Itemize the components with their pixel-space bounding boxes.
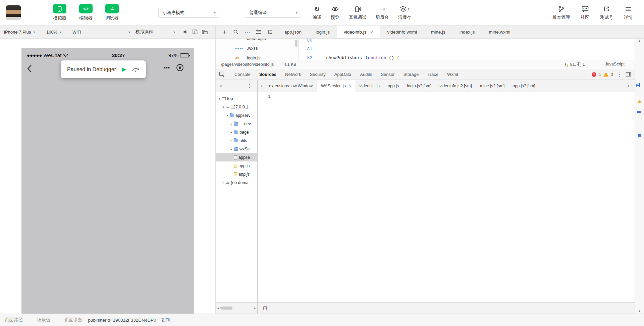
error-count[interactable]: 1 <box>599 72 601 77</box>
error-icon[interactable]: × <box>592 72 596 77</box>
window-scrollbar[interactable]: ▲ ▶ ▼ <box>635 39 644 314</box>
resume-script-icon[interactable]: ▶ <box>122 66 126 72</box>
back-chevron-icon[interactable] <box>27 64 32 73</box>
tree-item-wxss[interactable]: wxss .wxss <box>216 43 298 53</box>
expand-panel-icon[interactable]: » <box>220 83 222 89</box>
tree-item-pages-folder[interactable]: ▸ page <box>216 128 257 136</box>
orientation-icon[interactable] <box>200 27 209 37</box>
code-editor[interactable]: 80 81 82 showPublisher: function () { <box>299 39 635 60</box>
tree-item-app-js-deployed[interactable]: app.js <box>216 170 257 178</box>
tab-console[interactable]: Console <box>230 69 255 80</box>
close-tab-icon[interactable]: × <box>370 30 373 35</box>
tab-app-json[interactable]: app.json <box>277 26 309 38</box>
srctab-waservice[interactable]: WAService.js × <box>317 80 355 92</box>
scroll-right-icon[interactable]: ▸ <box>254 306 256 310</box>
page-path-label[interactable]: 页面路径 <box>5 317 23 323</box>
tab-appdata[interactable]: AppData <box>330 69 356 80</box>
tree-item-utils-folder[interactable]: ▸ utils <box>216 136 257 145</box>
tree-item-wxservice-folder[interactable]: ▸ wxSe <box>216 145 257 153</box>
pretty-print-icon[interactable]: {} <box>262 306 268 311</box>
remote-debug-button[interactable]: 真机调试 <box>349 5 366 20</box>
tab-login-js[interactable]: login.js <box>309 26 337 38</box>
scroll-left-icon[interactable]: ◂ <box>217 306 219 310</box>
tree-item-appservice-file[interactable]: appse <box>216 153 257 161</box>
tree-expand-icon[interactable]: ▸ <box>229 131 234 134</box>
tree-expand-icon[interactable]: ▸ <box>229 139 234 142</box>
scene-value-label[interactable]: 场景值 <box>37 317 51 323</box>
tree-scrollbar-thumb[interactable] <box>295 40 298 47</box>
new-file-icon[interactable]: + <box>220 28 228 36</box>
tree-item-appservice-folder[interactable]: ▾ appserv <box>216 111 257 120</box>
debugger-mode-button[interactable]: 调试器 <box>105 4 119 21</box>
tab-sources[interactable]: Sources <box>255 69 281 80</box>
language-label[interactable]: JavaScript <box>605 62 625 67</box>
tree-expand-icon[interactable]: ▾ <box>221 105 226 109</box>
tab-mine-js[interactable]: mine.js <box>424 26 452 38</box>
tree-expand-icon[interactable]: ▸ <box>229 122 234 126</box>
search-icon[interactable] <box>232 28 240 36</box>
device-select[interactable]: iPhone 7 Plus ▾ <box>4 30 42 35</box>
devtools-source-view[interactable] <box>274 92 635 302</box>
network-select[interactable]: WiFi ▾ <box>72 30 130 35</box>
tree-expand-icon[interactable]: ▸ <box>221 181 226 184</box>
compile-select[interactable]: 普通编译 ▾ <box>245 8 301 18</box>
user-avatar[interactable] <box>6 5 21 20</box>
version-control-button[interactable]: 版本管理 <box>552 5 570 20</box>
simulate-operation-select[interactable]: 模拟操作 ▾ <box>136 29 175 35</box>
community-button[interactable]: 社区 <box>581 5 589 20</box>
tree-item-login-js[interactable]: JS login.js <box>216 53 298 60</box>
srctab-login-js-sm[interactable]: login.js? [sm] <box>403 80 435 92</box>
screenshot-icon[interactable] <box>191 27 200 37</box>
simulator-mode-button[interactable]: 模拟器 <box>53 4 66 21</box>
srctab-videoutil[interactable]: videoUtil.js <box>355 80 383 92</box>
scroll-tabs-right-icon[interactable]: ▸ <box>625 84 633 88</box>
tab-security[interactable]: Security <box>306 69 330 80</box>
split-editor-icon[interactable] <box>266 28 274 36</box>
tree-item-top[interactable]: ▾ top <box>216 94 257 103</box>
capsule-menu-icon[interactable]: ••• <box>164 65 170 71</box>
close-tab-icon[interactable]: × <box>348 83 351 88</box>
tree-item-app-js[interactable]: app.js <box>216 161 257 170</box>
srctab-videoinfo-js-sm[interactable]: videoinfo.js? [sm] <box>435 80 476 92</box>
srctab-mine-js-sm[interactable]: mine.js? [sm] <box>476 80 509 92</box>
tree-expand-icon[interactable]: ▾ <box>217 97 222 100</box>
tab-wxml[interactable]: Wxml <box>443 69 463 80</box>
mode-select[interactable]: 小程序模式 ▾ <box>158 8 219 18</box>
tree-expand-icon[interactable]: ▾ <box>225 114 230 117</box>
copy-link[interactable]: 复制 <box>161 317 170 323</box>
tab-index-js[interactable]: index.js <box>452 26 482 38</box>
scroll-up-icon[interactable]: ▲ <box>635 39 644 43</box>
tab-trace[interactable]: Trace <box>423 69 443 80</box>
warning-count[interactable]: 3 <box>611 72 613 77</box>
tab-mine-wxml[interactable]: mine.wxml <box>482 26 517 38</box>
tab-audits[interactable]: Audits <box>356 69 376 80</box>
navigator-menu-icon[interactable]: ⋮ <box>246 83 253 89</box>
more-options-icon[interactable]: ⋯ <box>243 28 251 36</box>
tree-expand-icon[interactable]: ▸ <box>229 147 234 151</box>
phone-screen[interactable]: ●●●●● WeChat 20:27 97% Paused in <box>21 48 194 314</box>
preview-button[interactable]: 预览 <box>331 5 339 20</box>
outline-list-icon[interactable] <box>255 28 263 36</box>
srctab-app-js-sm[interactable]: app.js? [sm] <box>508 80 539 92</box>
dock-side-icon[interactable] <box>626 72 631 77</box>
debugger-resume-icon[interactable]: ▶ <box>636 83 640 87</box>
tree-item-dev-folder[interactable]: ▸ __dev <box>216 120 257 128</box>
scroll-tabs-left-icon[interactable]: ◂ <box>258 80 265 92</box>
editor-mode-button[interactable]: </> 编辑器 <box>79 4 93 21</box>
details-button[interactable]: 详情 <box>624 5 633 20</box>
tree-item-no-domain[interactable]: ▸ ☁ (no doma <box>216 178 257 187</box>
scroll-down-icon[interactable]: ▼ <box>635 310 644 313</box>
inspect-element-icon[interactable] <box>216 69 228 80</box>
volume-icon[interactable] <box>181 27 191 37</box>
warning-icon[interactable]: ! <box>603 72 608 77</box>
tree-item-localhost[interactable]: ▾ ☁ 127.0.0.1: <box>216 103 257 111</box>
background-switch-button[interactable]: 切后台 <box>376 5 389 20</box>
zoom-select[interactable]: 100% ▾ <box>46 30 68 35</box>
tab-videoinfo-js[interactable]: videoinfo.js × <box>337 26 380 38</box>
tab-sensor[interactable]: Sensor <box>376 69 399 80</box>
capsule-record-icon[interactable] <box>176 64 183 71</box>
test-account-button[interactable]: 测试号 <box>600 5 613 20</box>
srctab-nw-window[interactable]: extensions::nw.Window <box>265 80 317 92</box>
srctab-app-js[interactable]: app.js <box>384 80 403 92</box>
tab-storage[interactable]: Storage <box>399 69 423 80</box>
